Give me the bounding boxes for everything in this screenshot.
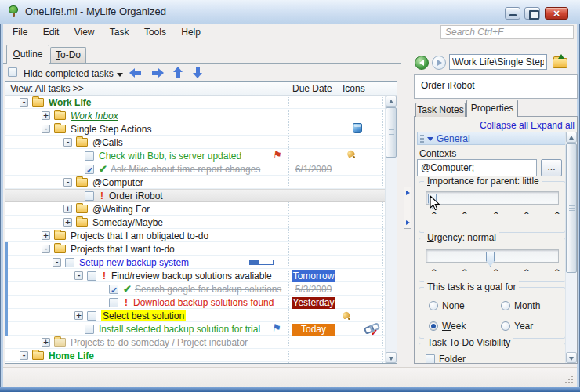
expand-icon[interactable] [42,231,50,240]
scroll-up-button[interactable] [386,96,397,107]
tree-row[interactable]: Select best solution [5,309,385,322]
task-checkbox[interactable] [85,325,94,334]
tab-properties[interactable]: Properties [466,100,518,117]
resize-grip[interactable] [564,374,574,384]
task-checkbox[interactable] [87,271,96,281]
goal-month-radio[interactable]: Month [501,300,540,311]
splitter[interactable] [401,64,414,364]
tree-row[interactable]: Projects that I want to-do [5,242,385,256]
expand-icon[interactable] [63,205,72,213]
maximize-button[interactable] [524,7,540,20]
tree-row[interactable]: Download backup solutions found Yesterda… [5,296,385,309]
tree-row[interactable]: Someday/Maybe [5,216,385,229]
title-bar[interactable]: OneLife!.ml - MyLife Organized [0,0,580,24]
scroll-up-button[interactable] [566,132,577,143]
open-folder-button[interactable] [552,54,571,70]
tree-row-selected[interactable]: Order iRobot [5,189,385,202]
red-flag-icon [272,148,283,161]
collapse-icon[interactable] [20,351,28,360]
tree-row[interactable]: Find/review backup solutions avaliable T… [5,269,385,282]
menu-tools[interactable]: Tools [138,24,172,38]
collapse-all-link[interactable]: Collapse all [480,120,528,131]
tree-row[interactable]: Search google for backup solutions 5/3/2… [5,282,385,296]
splitter-handle[interactable] [404,187,411,229]
collapse-icon[interactable] [53,258,61,267]
move-up-arrow-icon[interactable] [173,67,183,78]
expand-icon[interactable] [63,218,72,227]
minimize-button[interactable] [505,7,520,20]
tab-outline[interactable]: Outline [6,45,49,64]
tree-row[interactable]: Projects that I am obligated to-do [5,229,385,242]
navigate-back-arrow-icon[interactable] [129,68,143,78]
urgency-slider-track[interactable] [426,249,559,263]
column-icons[interactable]: Icons [343,83,365,94]
collapse-icon[interactable] [20,98,28,107]
tree-row[interactable]: Work Inbox [5,109,385,122]
scroll-thumb[interactable] [566,143,577,273]
menu-help[interactable]: Help [175,24,207,38]
collapse-icon[interactable] [63,138,72,147]
urgency-slider-thumb[interactable] [486,252,495,267]
view-selector[interactable]: View: All tasks >> [10,83,84,94]
collapse-icon[interactable] [63,178,72,187]
tree-row[interactable]: Projects to-do someday / Project incubat… [5,336,385,349]
expand-icon[interactable] [74,311,83,320]
expand-icon[interactable] [42,111,50,120]
tree-row[interactable]: Work Life [5,96,385,109]
close-button[interactable] [545,7,568,20]
tree-row[interactable]: @Computer [5,176,385,189]
goal-year-radio[interactable]: Year [501,321,533,332]
path-input[interactable] [449,54,547,70]
drag-handle-icon[interactable] [420,135,424,143]
chevron-down-icon[interactable] [114,69,125,80]
goal-week-radio[interactable]: Week [429,321,466,332]
menu-task[interactable]: Task [103,24,136,38]
contexts-input[interactable] [417,159,537,176]
expand-icon[interactable] [42,338,50,347]
section-collapse-icon[interactable] [427,137,433,141]
menu-edit[interactable]: Edit [37,24,66,38]
tree-row[interactable]: Home Life [5,349,385,362]
task-checkbox[interactable] [109,298,118,307]
contexts-browse-button[interactable]: ... [541,159,562,176]
tree-row[interactable]: Single Step Actions [5,122,385,136]
task-checkbox[interactable] [85,151,94,161]
outline-scrollbar[interactable] [385,96,397,363]
hide-completed-checkbox[interactable] [8,67,17,77]
scroll-down-button[interactable] [566,352,577,363]
tab-todo[interactable]: To-Do [50,47,86,63]
goal-none-radio[interactable]: None [429,300,465,311]
visibility-folder-option[interactable]: Folder [426,354,466,364]
tree-row[interactable]: @Waiting For [5,202,385,216]
tree-row[interactable]: Setup new backup system [5,256,385,269]
tree-row[interactable]: Check with Bob, is server updated [5,149,385,162]
task-checkbox[interactable] [87,311,96,321]
task-checkbox[interactable] [85,191,94,201]
nav-forward-button[interactable] [432,56,446,70]
tab-task-notes[interactable]: Task Notes [415,103,466,117]
tree-row[interactable]: Install selected backup solution for tri… [5,322,385,336]
nav-back-button[interactable] [415,56,429,70]
properties-scrollbar[interactable] [565,132,577,363]
scroll-down-button[interactable] [386,352,397,363]
move-down-arrow-icon[interactable] [193,67,203,78]
task-checkbox-checked[interactable] [85,165,94,174]
importance-slider-track[interactable] [426,191,559,205]
search-input[interactable] [440,25,574,39]
navigate-forward-arrow-icon[interactable] [150,68,164,78]
scroll-thumb[interactable] [386,107,397,158]
menu-file[interactable]: File [6,24,34,38]
section-general[interactable]: General [417,132,566,145]
tree-row[interactable]: Ask Mike about time report changes 6/1/2… [5,162,385,176]
collapse-icon[interactable] [74,271,83,280]
tree-row[interactable]: @Calls [5,136,385,149]
task-checkbox[interactable] [65,258,74,267]
task-checkbox-checked[interactable] [109,285,118,294]
column-due-date[interactable]: Due Date [292,83,332,94]
menu-view[interactable]: View [68,24,101,38]
folder-checkbox[interactable] [426,354,435,364]
collapse-icon[interactable] [42,125,50,133]
collapse-icon[interactable] [42,245,50,253]
radio-icon [501,301,510,310]
expand-all-link[interactable]: Expand all [531,120,575,131]
